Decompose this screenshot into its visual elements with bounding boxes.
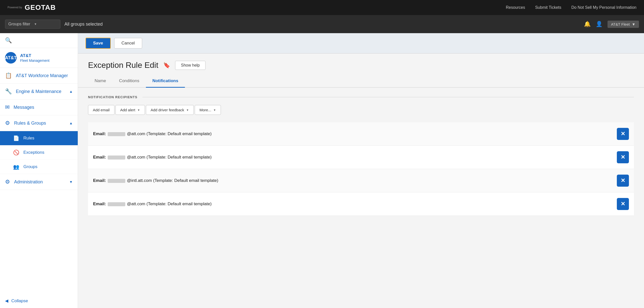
- remove-icon: ✕: [621, 154, 625, 161]
- notifications-bell-icon[interactable]: 🔔: [584, 21, 591, 27]
- user-menu-arrow: ▼: [632, 22, 635, 26]
- all-groups-text: All groups selected: [64, 22, 103, 27]
- brand-text: AT&T Fleet Management: [20, 53, 50, 63]
- add-alert-button[interactable]: Add alert ▼: [115, 105, 145, 115]
- add-email-button[interactable]: Add email: [88, 105, 114, 115]
- main-layout: 🔍 AT&T AT&T Fleet Management 📋 AT&T Work…: [0, 33, 644, 308]
- remove-email-4-button[interactable]: ✕: [617, 198, 629, 210]
- administration-icon: ⚙: [5, 179, 10, 185]
- bookmark-icon[interactable]: 🔖: [163, 62, 170, 69]
- geotab-logo: GEOTAB: [25, 4, 56, 12]
- sidebar-item-label: Messages: [14, 105, 34, 110]
- email-domain: @att.com: [127, 131, 145, 136]
- groups-filter-select[interactable]: Groups filter ▼: [5, 20, 60, 29]
- collapse-arrow-icon: ◀: [5, 298, 8, 303]
- brand-block: AT&T AT&T Fleet Management: [0, 48, 78, 68]
- workforce-icon: 📋: [5, 72, 12, 79]
- show-help-button[interactable]: Show help: [175, 61, 206, 70]
- add-alert-arrow-icon: ▼: [137, 109, 140, 112]
- tab-notifications[interactable]: Notifications: [146, 75, 185, 88]
- groups-filter-label: Groups filter: [8, 22, 31, 26]
- resources-link[interactable]: Resources: [506, 5, 525, 10]
- page-header: Exception Rule Edit 🔖 Show help: [78, 54, 644, 70]
- cancel-button[interactable]: Cancel: [114, 38, 142, 48]
- add-driver-feedback-label: Add driver feedback: [151, 108, 184, 112]
- remove-icon: ✕: [621, 201, 625, 207]
- redacted-username: [108, 156, 125, 160]
- main-content: Save Cancel Exception Rule Edit 🔖 Show h…: [78, 33, 644, 308]
- brand-initials: AT&T: [5, 55, 17, 61]
- email-template: (Template: Default email template): [153, 178, 218, 183]
- rules-groups-icon: ⚙: [5, 120, 10, 126]
- remove-email-2-button[interactable]: ✕: [617, 151, 629, 163]
- add-email-label: Add email: [93, 108, 110, 112]
- sidebar-item-label: AT&T Workforce Manager: [16, 73, 68, 78]
- sidebar-item-rules[interactable]: 📄 Rules: [0, 131, 78, 145]
- email-list: Email: @att.com (Template: Default email…: [88, 122, 634, 216]
- email-entry-1: Email: @att.com (Template: Default email…: [93, 131, 617, 136]
- more-arrow-icon: ▼: [213, 109, 216, 112]
- groups-icon: 👥: [13, 164, 19, 170]
- content-area: NOTIFICATION RECIPIENTS Add email Add al…: [78, 88, 644, 308]
- sidebar-sub-label: Rules: [23, 136, 34, 141]
- logo-area: Powered by GEOTAB: [8, 4, 56, 12]
- section-title: NOTIFICATION RECIPIENTS: [88, 95, 137, 99]
- tab-name[interactable]: Name: [88, 75, 112, 88]
- collapse-label: Collapse: [11, 298, 28, 303]
- messages-icon: ✉: [5, 104, 10, 111]
- email-entry-3: Email: @intl.att.com (Template: Default …: [93, 178, 617, 183]
- sidebar-item-workforce[interactable]: 📋 AT&T Workforce Manager: [0, 68, 78, 84]
- sidebar-item-messages[interactable]: ✉ Messages: [0, 99, 78, 115]
- tab-conditions[interactable]: Conditions: [112, 75, 146, 88]
- brand-logo-circle: AT&T: [5, 52, 17, 64]
- rules-icon: 📄: [13, 135, 19, 141]
- sidebar-item-groups[interactable]: 👥 Groups: [0, 160, 78, 174]
- action-bar: Add email Add alert ▼ Add driver feedbac…: [88, 105, 634, 115]
- top-bar: Powered by GEOTAB Resources Submit Ticke…: [0, 0, 644, 15]
- email-domain: @att.com: [127, 201, 145, 206]
- sidebar-sub-label: Exceptions: [23, 150, 44, 155]
- table-row: Email: @att.com (Template: Default email…: [88, 122, 634, 146]
- top-bar-right: Resources Submit Tickets Do Not Sell My …: [506, 5, 636, 10]
- save-button[interactable]: Save: [86, 38, 111, 49]
- user-menu[interactable]: AT&T Fleet ▼: [608, 21, 639, 28]
- remove-email-1-button[interactable]: ✕: [617, 128, 629, 140]
- sidebar-item-exceptions[interactable]: 🚫 Exceptions: [0, 145, 78, 160]
- email-domain: @intl.att.com: [127, 178, 152, 183]
- section-divider: [142, 97, 634, 97]
- sidebar-sub-label: Groups: [23, 164, 37, 169]
- exceptions-icon: 🚫: [13, 149, 19, 156]
- email-template: (Template: Default email template): [146, 155, 212, 160]
- email-entry-4: Email: @att.com (Template: Default email…: [93, 201, 617, 207]
- email-prefix: Email:: [93, 178, 106, 183]
- remove-email-3-button[interactable]: ✕: [617, 175, 629, 187]
- user-profile-icon[interactable]: 👤: [596, 21, 602, 27]
- email-prefix: Email:: [93, 131, 106, 136]
- email-template: (Template: Default email template): [146, 131, 212, 136]
- sidebar-item-engine[interactable]: 🔧 Engine & Maintenance ▲: [0, 84, 78, 99]
- add-alert-label: Add alert: [120, 108, 135, 112]
- sidebar-item-label: Administration: [14, 179, 43, 185]
- do-not-sell-link[interactable]: Do Not Sell My Personal Information: [571, 5, 636, 10]
- email-entry-2: Email: @att.com (Template: Default email…: [93, 155, 617, 160]
- sidebar-item-administration[interactable]: ⚙ Administration ▼: [0, 174, 78, 190]
- administration-arrow-icon: ▼: [69, 180, 73, 184]
- more-label: More...: [199, 108, 211, 112]
- groups-bar-right: 🔔 👤 AT&T Fleet ▼: [584, 21, 639, 28]
- search-icon[interactable]: 🔍: [5, 37, 12, 44]
- email-prefix: Email:: [93, 155, 106, 160]
- add-driver-feedback-button[interactable]: Add driver feedback ▼: [146, 105, 194, 115]
- collapse-button[interactable]: ◀ Collapse: [0, 294, 78, 308]
- brand-sub: Fleet Management: [20, 59, 50, 63]
- brand-name: AT&T: [20, 53, 50, 59]
- email-prefix: Email:: [93, 201, 106, 206]
- powered-by-text: Powered by: [8, 6, 22, 9]
- toolbar: Save Cancel: [78, 33, 644, 54]
- section-header: NOTIFICATION RECIPIENTS: [88, 95, 634, 99]
- sidebar-item-rules-groups[interactable]: ⚙ Rules & Groups ▲: [0, 115, 78, 131]
- table-row: Email: @intl.att.com (Template: Default …: [88, 169, 634, 192]
- more-button[interactable]: More... ▼: [195, 105, 221, 115]
- submit-tickets-link[interactable]: Submit Tickets: [535, 5, 561, 10]
- sidebar-item-label: Engine & Maintenance: [16, 89, 61, 94]
- redacted-username: [108, 202, 125, 206]
